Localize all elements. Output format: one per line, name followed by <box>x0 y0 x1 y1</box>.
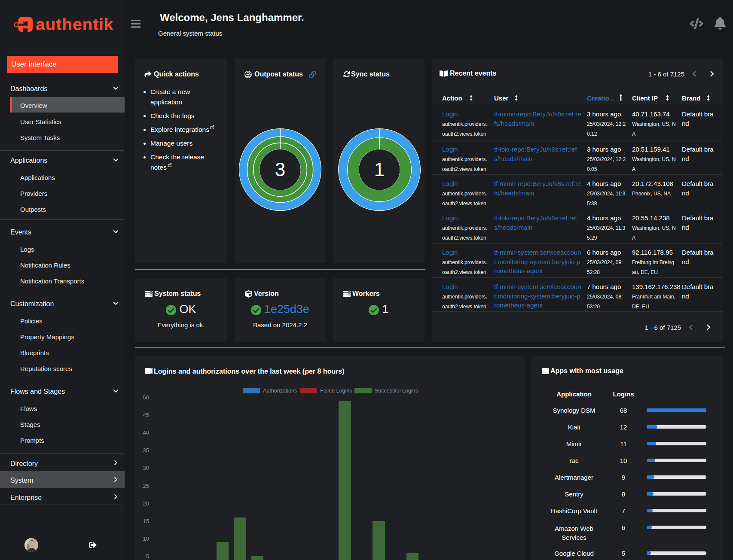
svg-text:1: 1 <box>374 159 385 180</box>
svg-text:authentik: authentik <box>36 15 113 33</box>
svg-text:3: 3 <box>275 159 285 180</box>
